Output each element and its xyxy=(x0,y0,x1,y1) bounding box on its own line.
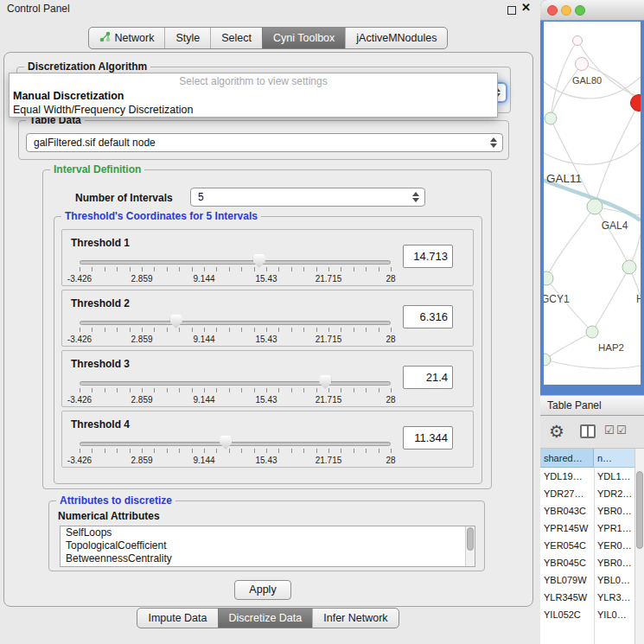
cell[interactable]: YBL079W xyxy=(540,571,594,589)
network-edge[interactable] xyxy=(595,207,629,267)
tab-cyni-toolbox[interactable]: Cyni Toolbox xyxy=(262,28,345,48)
cell[interactable]: YBR045C xyxy=(540,554,594,571)
scale-label: -3.426 xyxy=(67,395,92,405)
cell[interactable]: YER0… xyxy=(594,537,632,554)
threshold-value-field[interactable]: 14.713 xyxy=(403,245,453,268)
scale-label: -3.426 xyxy=(67,456,92,465)
close-icon[interactable]: ✕ xyxy=(521,1,531,14)
threshold-value-field[interactable]: 11.344 xyxy=(403,426,453,450)
panel-title: Control Panel xyxy=(7,3,70,15)
tab-infer-network[interactable]: Infer Network xyxy=(312,609,398,628)
minimize-traffic-light[interactable] xyxy=(561,5,571,16)
dropdown-option-manual-discretization[interactable]: Manual Discretization xyxy=(10,89,497,103)
network-edge[interactable] xyxy=(546,207,595,278)
network-node[interactable] xyxy=(544,354,551,366)
network-node-gal80[interactable] xyxy=(576,58,589,71)
zoom-traffic-light[interactable] xyxy=(575,5,585,16)
tab-network[interactable]: Network xyxy=(89,28,165,48)
cell[interactable]: YBL0… xyxy=(594,571,632,589)
scale-label: 21.715 xyxy=(316,395,342,405)
float-window-icon[interactable] xyxy=(507,6,516,15)
network-node-gal4[interactable] xyxy=(587,199,603,214)
tabstrip: Network Style Select Cyni Toolbox jActiv… xyxy=(88,27,449,49)
list-item[interactable]: BetweennessCentrality xyxy=(61,552,475,565)
table-scrollbar[interactable] xyxy=(634,449,644,644)
network-edge[interactable] xyxy=(551,118,595,207)
table-toolbar: ⚙ ☑ ☑ xyxy=(540,416,644,449)
combo-stepper-icon xyxy=(412,192,419,202)
network-edge[interactable] xyxy=(577,41,641,98)
threshold-label: Threshold 4 xyxy=(71,418,130,430)
cell[interactable]: YDR2… xyxy=(594,485,632,502)
slider-track[interactable] xyxy=(80,442,391,446)
column-header-name[interactable]: n… xyxy=(594,449,635,468)
slider-handle[interactable] xyxy=(319,375,331,389)
cell[interactable]: YIL0… xyxy=(594,606,632,623)
tab-label: Infer Network xyxy=(323,612,387,624)
tab-jactivemnodules[interactable]: jActiveMNodules xyxy=(345,28,447,48)
tab-label: jActiveMNodules xyxy=(356,32,437,44)
checkbox-icon[interactable]: ☑ xyxy=(616,424,627,437)
columns-icon[interactable] xyxy=(580,424,596,438)
cell[interactable]: YDL1… xyxy=(594,468,632,485)
network-edge[interactable] xyxy=(592,267,629,332)
tab-select[interactable]: Select xyxy=(210,28,262,48)
network-node-label-clipped: H xyxy=(636,293,641,305)
slider-track[interactable] xyxy=(80,321,391,325)
table-panel-titlebar: Table Panel xyxy=(540,395,644,416)
cell[interactable]: YDL19… xyxy=(540,468,594,485)
cell[interactable]: YLR3… xyxy=(594,589,632,606)
tab-discretize-data[interactable]: Discretize Data xyxy=(218,609,313,628)
dropdown-option-equal-width-frequency[interactable]: Equal Width/Frequency Discretization xyxy=(10,103,497,117)
network-node[interactable] xyxy=(573,36,583,46)
network-edge[interactable] xyxy=(595,103,639,207)
list-item[interactable]: SelfLoops xyxy=(61,526,475,539)
network-node[interactable] xyxy=(622,260,636,274)
threshold-value-field[interactable]: 6.316 xyxy=(403,305,453,328)
list-scrollbar[interactable] xyxy=(465,526,475,566)
cell[interactable]: YBR0… xyxy=(594,502,632,520)
slider-handle[interactable] xyxy=(170,315,182,328)
tab-impute-data[interactable]: Impute Data xyxy=(137,609,217,628)
network-node-gcy1[interactable] xyxy=(544,271,553,285)
close-traffic-light[interactable] xyxy=(547,5,558,16)
network-canvas[interactable]: GAL80 GAL11 GAL4 GCY1 HAP2 H xyxy=(544,22,641,385)
scale-label: 21.715 xyxy=(316,335,342,344)
num-intervals-combobox[interactable]: 5 xyxy=(190,188,425,207)
tab-style[interactable]: Style xyxy=(164,28,210,48)
cell[interactable]: YER054C xyxy=(540,537,594,554)
column-header-shared-name[interactable]: shared… xyxy=(540,449,594,468)
network-edge[interactable] xyxy=(545,332,592,360)
threshold-slider: -3.426 2.859 9.144 15.43 21.715 28 xyxy=(62,315,408,348)
network-graph: GAL80 GAL11 GAL4 GCY1 HAP2 H xyxy=(544,22,641,385)
slider-handle[interactable] xyxy=(253,254,265,268)
checkbox-icon[interactable]: ☑ xyxy=(604,424,615,437)
network-node-label: GCY1 xyxy=(544,293,570,305)
dropdown-placeholder: Select algorithm to view settings xyxy=(10,73,497,89)
network-edge[interactable] xyxy=(545,360,641,368)
list-item[interactable]: TopologicalCoefficient xyxy=(61,539,475,552)
network-node-hap2[interactable] xyxy=(586,326,598,338)
table-data-group: Table Data galFiltered.sif default node xyxy=(18,120,509,160)
cell[interactable]: YPR145W xyxy=(540,520,594,537)
cell[interactable]: YBR0… xyxy=(594,554,632,571)
scrollbar-thumb[interactable] xyxy=(636,471,643,549)
apply-button[interactable]: Apply xyxy=(234,580,291,600)
scrollbar-thumb[interactable] xyxy=(467,527,474,551)
network-node-gal11[interactable] xyxy=(545,112,557,124)
network-edge[interactable] xyxy=(546,278,592,332)
cell[interactable]: YPR1… xyxy=(594,520,632,537)
cell[interactable]: YDR27… xyxy=(540,485,594,502)
cell[interactable]: YBR043C xyxy=(540,502,594,520)
slider-handle[interactable] xyxy=(220,436,232,450)
cell[interactable]: YLR345W xyxy=(540,589,594,606)
table-data-combobox[interactable]: galFiltered.sif default node xyxy=(26,133,503,152)
scale-label: 2.859 xyxy=(131,335,152,344)
network-edge[interactable] xyxy=(544,143,641,164)
network-node-selected[interactable] xyxy=(631,95,641,112)
threshold-value-field[interactable]: 21.4 xyxy=(403,366,453,389)
slider-track[interactable] xyxy=(80,260,391,265)
slider-track[interactable] xyxy=(80,381,391,386)
cell[interactable]: YIL052C xyxy=(540,606,594,623)
gear-icon[interactable]: ⚙ xyxy=(549,419,564,443)
